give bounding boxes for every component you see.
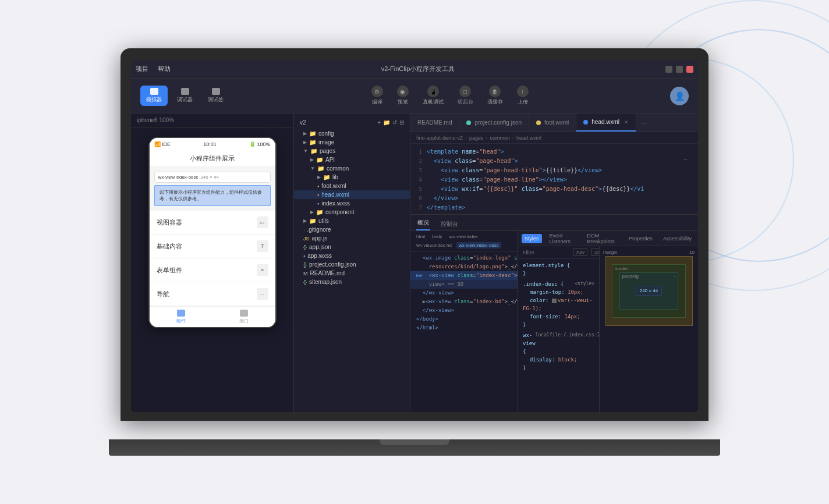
real-device-action[interactable]: 📱 真机调试 xyxy=(423,86,444,106)
new-file-icon[interactable]: + xyxy=(377,119,381,126)
styles-filter-input[interactable] xyxy=(523,250,569,255)
list-item-icon-3: ··· xyxy=(257,288,268,300)
code-preview-line-0: <wx-image class="index-logo" src="../res… xyxy=(410,254,518,262)
laptop-base xyxy=(109,439,720,456)
simulator-button[interactable]: 模拟器 xyxy=(140,86,168,106)
code-preview-line-3: view> == $0 xyxy=(410,280,518,289)
breadcrumb-part-0[interactable]: fino-applet-demo-v2 xyxy=(416,135,463,141)
phone-device: 📶 IDE 10:01 🔋 100% 小程序组件展示 ··· xyxy=(148,137,277,328)
margin-label: margin xyxy=(603,250,617,255)
dom-el-wxview-index[interactable]: wx-view.index xyxy=(447,233,480,240)
tab-dot-foot-wxml xyxy=(536,120,541,125)
main-area: iphone6 100% 📶 IDE 10:01 🔋 100% 小程 xyxy=(131,113,698,412)
upload-action[interactable]: ↑ 上传 xyxy=(517,86,529,106)
dom-el-html[interactable]: html xyxy=(414,233,427,240)
tree-index-wxss[interactable]: ▪ index.wxss xyxy=(294,199,410,208)
tree-gitignore[interactable]: · .gitignore xyxy=(294,225,410,234)
tree-config[interactable]: ▶ 📁 config xyxy=(294,129,410,138)
tree-head-wxml[interactable]: ▪ head.wxml xyxy=(294,190,410,199)
code-preview-line-4: </wx-view> xyxy=(410,289,518,297)
bottom-tab-overview[interactable]: 概况 xyxy=(416,216,430,230)
styles-tab-event-listeners[interactable]: Event Listeners xyxy=(547,231,580,246)
tab-close-icon[interactable]: ✕ xyxy=(624,119,629,125)
tree-common[interactable]: ▼ 📁 common xyxy=(294,164,410,173)
debugger-button[interactable]: 调试器 xyxy=(171,86,199,106)
components-tab-icon xyxy=(177,310,185,317)
maximize-button[interactable] xyxy=(676,66,683,73)
window-controls xyxy=(665,66,693,73)
tree-app-wxss[interactable]: ▪ app.wxss xyxy=(294,251,410,260)
collapse-icon[interactable]: ⊟ xyxy=(399,119,404,126)
phone-list: 视图容器 ▭ 基础内容 T 表单组件 ≡ xyxy=(150,211,275,306)
dom-el-wxview-hd[interactable]: wx-view.index-hd xyxy=(414,242,454,249)
user-avatar[interactable]: 👤 xyxy=(670,87,689,105)
new-folder-icon[interactable]: 📁 xyxy=(383,119,390,126)
bottom-tab-console[interactable]: 控制台 xyxy=(440,218,459,230)
laptop: 项目 帮助 v2-FinClip小程序开发工具 模 xyxy=(109,48,720,456)
list-item-2[interactable]: 表单组件 ≡ xyxy=(150,258,275,282)
phone-tab-interface[interactable]: 接口 xyxy=(212,307,275,327)
file-icon: · xyxy=(303,227,305,233)
hov-button[interactable]: :hov xyxy=(573,249,587,256)
background-action[interactable]: □ 切后台 xyxy=(458,86,473,106)
tree-lib[interactable]: ▶ 📁 lib xyxy=(294,173,410,182)
tree-component[interactable]: ▶ 📁 component xyxy=(294,208,410,216)
code-editor[interactable]: 1 <template name="head"> 2 <view class="… xyxy=(410,144,698,214)
style-source-wx-view[interactable]: localfile:/.index.css:2 xyxy=(536,331,599,356)
tab-head-wxml[interactable]: head.wxml ✕ xyxy=(576,113,636,132)
tree-readme[interactable]: M README.md xyxy=(294,269,410,278)
list-item-1[interactable]: 基础内容 T xyxy=(150,235,275,258)
preview-panel: iphone6 100% 📶 IDE 10:01 🔋 100% 小程 xyxy=(131,113,294,412)
tab-readme[interactable]: README.md xyxy=(410,113,459,132)
tree-app-js[interactable]: JS app.js xyxy=(294,234,410,243)
styles-panel: Styles Event Listeners DOM Breakpoints P… xyxy=(518,231,698,412)
breadcrumb-part-2[interactable]: common xyxy=(490,135,511,141)
tab-more-button[interactable]: ··· xyxy=(636,119,651,126)
menu-project[interactable]: 项目 xyxy=(136,65,148,73)
styles-tab-properties[interactable]: Properties xyxy=(626,234,656,243)
tree-foot-wxml[interactable]: ▪ foot.wxml xyxy=(294,182,410,190)
dom-el-wxview-desc[interactable]: wx-view.index-desc xyxy=(456,242,501,249)
bottom-tabs: 概况 控制台 xyxy=(410,215,698,231)
tree-utils[interactable]: ▶ 📁 utils xyxy=(294,216,410,225)
list-item-3[interactable]: 导航 ··· xyxy=(150,282,275,306)
compile-action[interactable]: ⚙ 编译 xyxy=(371,86,383,106)
tree-api[interactable]: ▶ 📁 API xyxy=(294,155,410,164)
refresh-icon[interactable]: ↺ xyxy=(392,119,397,126)
clear-cache-icon: 🗑 xyxy=(489,86,501,97)
tab-project-config[interactable]: project.config.json xyxy=(459,113,529,132)
tree-sitemap[interactable]: {} sitemap.json xyxy=(294,278,410,286)
compile-icon: ⚙ xyxy=(371,86,383,97)
breadcrumb-part-1[interactable]: pages xyxy=(469,135,484,141)
border-layer: border - padding - xyxy=(612,264,686,318)
clear-cache-action[interactable]: 🗑 清缓存 xyxy=(487,86,503,106)
phone-tab-components[interactable]: 组件 xyxy=(150,307,212,327)
tree-pages[interactable]: ▼ 📁 pages xyxy=(294,147,410,155)
tree-app-json[interactable]: {} app.json xyxy=(294,243,410,251)
laptop-screen: 项目 帮助 v2-FinClip小程序开发工具 模 xyxy=(131,60,698,412)
phone-highlight-box: 以下用展示小程序官方组件能力，组件样式仅供参考，有无仅供参考。 xyxy=(154,185,271,206)
styles-tab-dom-breakpoints[interactable]: DOM Breakpoints xyxy=(584,231,621,246)
styles-tab-accessibility[interactable]: Accessibility xyxy=(660,234,695,243)
menu-help[interactable]: 帮助 xyxy=(158,65,171,73)
tree-project-config[interactable]: {} project.config.json xyxy=(294,260,410,269)
wxss-file-icon: ▪ xyxy=(317,201,319,207)
breadcrumb-part-3[interactable]: head.wxml xyxy=(516,135,541,141)
list-item-0[interactable]: 视图容器 ▭ xyxy=(150,211,275,235)
cls-button[interactable]: .cls xyxy=(591,249,599,256)
chevron-icon: ▶ xyxy=(303,140,307,145)
bottom-content: html body wx-view.index wx-view.index-hd… xyxy=(410,231,698,412)
tree-image[interactable]: ▶ 📁 image xyxy=(294,138,410,147)
close-button[interactable] xyxy=(686,66,693,73)
tab-foot-wxml[interactable]: foot.wxml xyxy=(529,113,576,132)
chevron-icon: ▶ xyxy=(317,175,321,180)
code-line-5: 5 <view wx:if="{{desc}}" class="page-hea… xyxy=(410,184,698,194)
content-box: 240 × 44 xyxy=(636,286,662,296)
dom-el-body[interactable]: body xyxy=(430,233,444,240)
styles-main: :hov .cls + element.style { } xyxy=(518,246,698,412)
border-value: - xyxy=(681,266,683,271)
preview-action[interactable]: ◉ 预览 xyxy=(397,86,409,106)
styles-tab-styles[interactable]: Styles xyxy=(522,234,542,243)
test-button[interactable]: 测试签 xyxy=(202,86,229,106)
minimize-button[interactable] xyxy=(665,66,672,73)
